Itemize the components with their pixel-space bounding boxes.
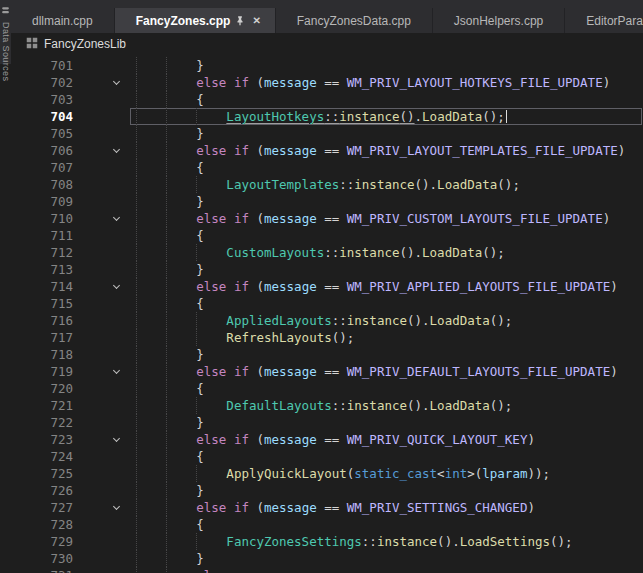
indent-guide [136, 380, 137, 397]
code-line-711[interactable]: 711{ [0, 227, 643, 244]
line-number[interactable]: 702 [0, 74, 73, 91]
line-number[interactable]: 711 [0, 227, 73, 244]
line-number[interactable]: 731 [0, 567, 73, 573]
tab-editorparamet[interactable]: EditorParamet [565, 8, 643, 33]
line-number[interactable]: 707 [0, 159, 73, 176]
line-number[interactable]: 727 [0, 499, 73, 516]
pin-icon[interactable] [235, 15, 245, 26]
line-number[interactable]: 716 [0, 312, 73, 329]
line-number[interactable]: 721 [0, 397, 73, 414]
fold-margin [73, 108, 136, 125]
fold-margin [73, 516, 136, 533]
code-text: } [196, 550, 204, 567]
code-line-703[interactable]: 703{ [0, 91, 643, 108]
line-number[interactable]: 728 [0, 516, 73, 533]
code-line-712[interactable]: 712CustomLayouts::instance().LoadData(); [0, 244, 643, 261]
code-text: { [196, 159, 204, 176]
code-line-718[interactable]: 718} [0, 346, 643, 363]
line-number[interactable]: 730 [0, 550, 73, 567]
code-line-721[interactable]: 721DefaultLayouts::instance().LoadData()… [0, 397, 643, 414]
tab-dllmain-cpp[interactable]: dllmain.cpp [11, 8, 115, 33]
line-number[interactable]: 712 [0, 244, 73, 261]
chevron-down-icon[interactable] [113, 503, 120, 510]
line-number[interactable]: 710 [0, 210, 73, 227]
code-line-714[interactable]: 714else if (message == WM_PRIV_APPLIED_L… [0, 278, 643, 295]
code-line-702[interactable]: 702else if (message == WM_PRIV_LAYOUT_HO… [0, 74, 643, 91]
line-number[interactable]: 705 [0, 125, 73, 142]
code-line-731[interactable]: 731else [0, 567, 643, 573]
line-number[interactable]: 713 [0, 261, 73, 278]
code-line-705[interactable]: 705} [0, 125, 643, 142]
code-line-706[interactable]: 706else if (message == WM_PRIV_LAYOUT_TE… [0, 142, 643, 159]
code-line-726[interactable]: 726} [0, 482, 643, 499]
line-number[interactable]: 704 [0, 108, 73, 125]
line-number[interactable]: 725 [0, 465, 73, 482]
line-number[interactable]: 722 [0, 414, 73, 431]
fold-margin[interactable] [73, 210, 136, 227]
code-line-713[interactable]: 713} [0, 261, 643, 278]
code-line-728[interactable]: 728{ [0, 516, 643, 533]
fold-margin[interactable] [73, 431, 136, 448]
data-sources-dock-tab[interactable]: Data Sources [0, 0, 11, 64]
code-line-723[interactable]: 723else if (message == WM_PRIV_QUICK_LAY… [0, 431, 643, 448]
fold-margin[interactable] [73, 278, 136, 295]
line-number[interactable]: 726 [0, 482, 73, 499]
code-line-704[interactable]: 704LayoutHotkeys::instance().LoadData(); [0, 108, 643, 125]
chevron-down-icon[interactable] [113, 78, 120, 85]
line-number[interactable]: 723 [0, 431, 73, 448]
line-number[interactable]: 706 [0, 142, 73, 159]
fold-margin[interactable] [73, 499, 136, 516]
code-line-725[interactable]: 725ApplyQuickLayout(static_cast<int>(lpa… [0, 465, 643, 482]
code-line-722[interactable]: 722} [0, 414, 643, 431]
indent-guide [136, 142, 137, 159]
code-line-709[interactable]: 709} [0, 193, 643, 210]
line-number[interactable]: 715 [0, 295, 73, 312]
navbar-project-label[interactable]: FancyZonesLib [44, 37, 126, 51]
line-number[interactable]: 720 [0, 380, 73, 397]
code-line-708[interactable]: 708LayoutTemplates::instance().LoadData(… [0, 176, 643, 193]
line-number[interactable]: 703 [0, 91, 73, 108]
code-line-729[interactable]: 729FancyZonesSettings::instance().LoadSe… [0, 533, 643, 550]
fold-margin[interactable] [73, 567, 136, 573]
fold-margin [73, 295, 136, 312]
chevron-down-icon[interactable] [113, 214, 120, 221]
fold-margin[interactable] [73, 363, 136, 380]
indent-guide [136, 91, 137, 108]
line-number[interactable]: 719 [0, 363, 73, 380]
code-line-724[interactable]: 724{ [0, 448, 643, 465]
fold-margin [73, 465, 136, 482]
line-number[interactable]: 729 [0, 533, 73, 550]
code-line-701[interactable]: 701} [0, 57, 643, 74]
code-content: { [136, 159, 643, 176]
close-icon[interactable]: ✕ [250, 15, 262, 26]
line-number[interactable]: 714 [0, 278, 73, 295]
chevron-down-icon[interactable] [113, 282, 120, 289]
chevron-down-icon[interactable] [113, 367, 120, 374]
code-line-719[interactable]: 719else if (message == WM_PRIV_DEFAULT_L… [0, 363, 643, 380]
code-content: CustomLayouts::instance().LoadData(); [136, 244, 643, 261]
tab-jsonhelpers-cpp[interactable]: JsonHelpers.cpp [433, 8, 565, 33]
chevron-down-icon[interactable] [113, 146, 120, 153]
code-line-720[interactable]: 720{ [0, 380, 643, 397]
tab-fancyzonesdata-cpp[interactable]: FancyZonesData.cpp [276, 8, 433, 33]
code-line-717[interactable]: 717RefreshLayouts(); [0, 329, 643, 346]
indent-guide [166, 108, 167, 125]
line-number[interactable]: 724 [0, 448, 73, 465]
indent-guide [136, 312, 137, 329]
code-line-730[interactable]: 730} [0, 550, 643, 567]
code-line-707[interactable]: 707{ [0, 159, 643, 176]
code-line-710[interactable]: 710else if (message == WM_PRIV_CUSTOM_LA… [0, 210, 643, 227]
line-number[interactable]: 708 [0, 176, 73, 193]
fold-margin[interactable] [73, 142, 136, 159]
tab-fancyzones-cpp[interactable]: FancyZones.cpp✕ [115, 8, 276, 33]
fold-margin[interactable] [73, 74, 136, 91]
line-number[interactable]: 709 [0, 193, 73, 210]
code-line-715[interactable]: 715{ [0, 295, 643, 312]
code-editor[interactable]: 701}702else if (message == WM_PRIV_LAYOU… [0, 55, 643, 573]
chevron-down-icon[interactable] [113, 435, 120, 442]
code-line-716[interactable]: 716AppliedLayouts::instance().LoadData()… [0, 312, 643, 329]
code-text: LayoutHotkeys::instance().LoadData(); [226, 108, 507, 125]
code-line-727[interactable]: 727else if (message == WM_PRIV_SETTINGS_… [0, 499, 643, 516]
line-number[interactable]: 717 [0, 329, 73, 346]
line-number[interactable]: 718 [0, 346, 73, 363]
